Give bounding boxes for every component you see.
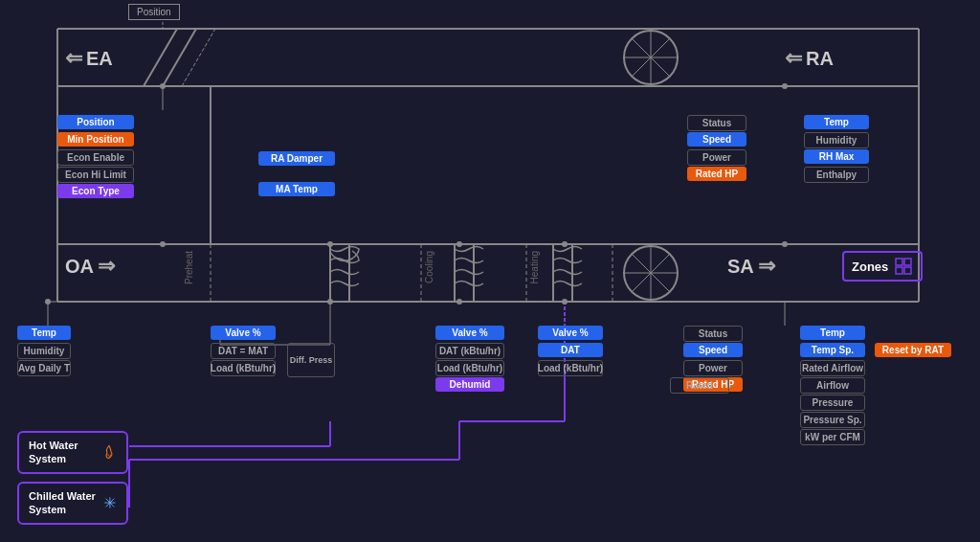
position-badge[interactable]: Position xyxy=(57,115,134,129)
power-ea-badge: Power xyxy=(687,149,746,166)
ra-damper-badge[interactable]: RA Damper xyxy=(258,151,335,166)
econ-hi-limit-badge[interactable]: Econ Hi Limit xyxy=(57,167,134,183)
diagram-container: Position ⇐ EA ⇐ RA OA ⇒ SA ⇒ Position Mi… xyxy=(0,0,980,542)
svg-point-46 xyxy=(160,241,166,247)
dat-mat-badge: DAT = MAT xyxy=(211,343,276,359)
rh-max-badge[interactable]: RH Max xyxy=(804,149,869,164)
rated-airflow-badge: Rated Airflow xyxy=(800,360,865,376)
snowflake-icon xyxy=(103,492,117,513)
avg-daily-t-badge: Avg Daily T xyxy=(17,360,71,376)
temp-oa-badge[interactable]: Temp xyxy=(17,326,71,340)
temp-sa-badge[interactable]: Temp xyxy=(800,326,865,340)
status-sa-badge: Status xyxy=(683,326,743,342)
airflow-badge: Airflow xyxy=(800,377,865,394)
temp-ra-badge[interactable]: Temp xyxy=(804,115,869,129)
kw-per-cfm-badge: kW per CFM xyxy=(800,429,865,445)
svg-point-50 xyxy=(457,299,462,305)
power-sa-badge: Power xyxy=(683,360,743,376)
pressure-sp-badge: Pressure Sp. xyxy=(800,412,865,428)
svg-rect-61 xyxy=(904,267,911,274)
reset-by-rat-badge[interactable]: Reset by RAT xyxy=(875,343,951,357)
svg-rect-58 xyxy=(896,259,902,265)
cooling-label: Cooling xyxy=(424,251,434,283)
heating-label: Heating xyxy=(529,251,540,283)
ma-temp-badge[interactable]: MA Temp xyxy=(258,182,335,196)
svg-point-47 xyxy=(327,241,333,247)
svg-point-43 xyxy=(782,83,788,89)
svg-rect-60 xyxy=(896,267,902,274)
zones-box[interactable]: Zones xyxy=(842,251,923,282)
svg-point-44 xyxy=(782,241,788,247)
dat-cooling-badge: DAT (kBtu/hr) xyxy=(435,343,504,359)
svg-line-23 xyxy=(632,38,670,77)
diff-press-badge: Diff. Press xyxy=(287,343,335,377)
svg-line-27 xyxy=(632,254,670,292)
svg-point-51 xyxy=(562,241,568,247)
ea-arrow: ⇐ EA xyxy=(65,46,113,71)
preheat-label: Preheat xyxy=(184,251,194,284)
dehumid-badge[interactable]: Dehumid xyxy=(435,377,504,392)
fire-icon xyxy=(101,441,117,463)
load-cooling-badge: Load (kBtu/hr) xyxy=(435,360,504,376)
svg-line-10 xyxy=(144,29,177,86)
oa-arrow: OA ⇒ xyxy=(65,254,115,279)
rated-hp-ea-badge[interactable]: Rated HP xyxy=(687,167,746,181)
position-top-box: Position xyxy=(128,4,180,20)
svg-point-45 xyxy=(160,83,166,89)
svg-point-24 xyxy=(624,246,678,300)
svg-point-48 xyxy=(327,299,333,305)
valve-pct-heating-badge[interactable]: Valve % xyxy=(538,326,603,340)
ra-arrow: ⇐ RA xyxy=(785,46,834,71)
sa-arrow: SA ⇒ xyxy=(727,254,775,279)
svg-line-28 xyxy=(632,254,670,292)
min-position-badge[interactable]: Min Position xyxy=(57,132,134,147)
humidity-ra-badge: Humidity xyxy=(804,132,869,148)
svg-point-19 xyxy=(624,31,678,84)
svg-line-11 xyxy=(163,29,196,86)
status-ea-badge: Status xyxy=(687,115,746,131)
svg-rect-59 xyxy=(904,259,911,265)
svg-point-52 xyxy=(562,299,568,305)
load-preheat-badge: Load (kBtu/hr) xyxy=(211,360,276,376)
hot-water-system-box[interactable]: Hot Water System xyxy=(17,431,128,474)
svg-line-12 xyxy=(182,29,215,86)
valve-pct-cooling-badge[interactable]: Valve % xyxy=(435,326,504,340)
econ-enable-badge[interactable]: Econ Enable xyxy=(57,149,134,166)
zones-icon xyxy=(894,257,913,276)
humidity-oa-badge: Humidity xyxy=(17,343,71,359)
load-heating-badge: Load (kBtu/hr) xyxy=(538,360,603,376)
svg-point-53 xyxy=(45,299,51,305)
diagram-svg xyxy=(0,0,980,542)
chilled-water-system-box[interactable]: Chilled Water System xyxy=(17,482,128,525)
valve-pct-preheat-badge[interactable]: Valve % xyxy=(211,326,276,340)
speed-sa-badge[interactable]: Speed xyxy=(683,343,743,357)
enthalpy-badge: Enthalpy xyxy=(804,167,869,183)
svg-line-22 xyxy=(632,38,670,77)
position-top-label: Position xyxy=(137,7,171,17)
svg-point-66 xyxy=(109,502,112,505)
dat-heating-badge[interactable]: DAT xyxy=(538,343,603,357)
svg-point-49 xyxy=(457,241,462,247)
rated-badge: Rated xyxy=(670,377,729,394)
temp-sp-badge[interactable]: Temp Sp. xyxy=(800,343,865,357)
pressure-badge: Pressure xyxy=(800,395,865,411)
speed-ea-badge[interactable]: Speed xyxy=(687,132,746,147)
econ-type-badge[interactable]: Econ Type xyxy=(57,184,134,198)
